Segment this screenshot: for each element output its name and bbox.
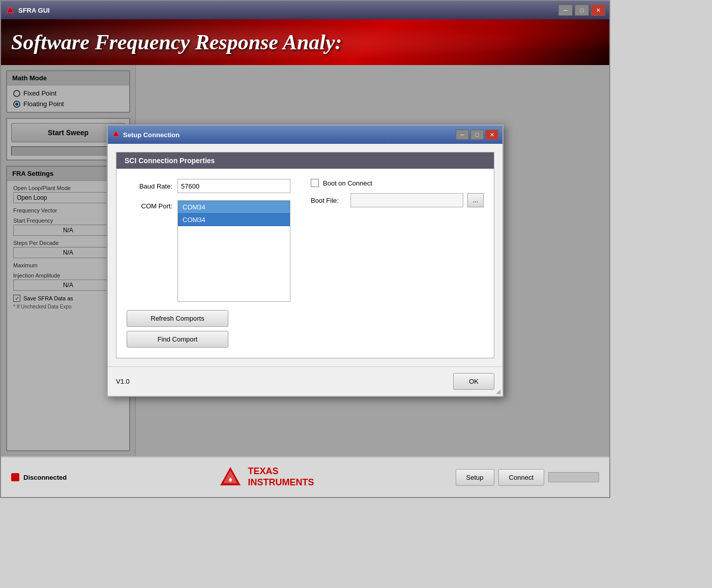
header-banner: Software Frequency Response Analy: xyxy=(1,19,609,65)
dialog-footer: V1.0 OK xyxy=(108,366,502,396)
baud-rate-label: Baud Rate: xyxy=(127,182,172,190)
svg-marker-1 xyxy=(113,131,119,136)
resize-handle[interactable]: ◢ xyxy=(496,388,500,395)
dialog-title-bar: Setup Connection ─ □ ✕ xyxy=(108,126,502,144)
close-button[interactable]: ✕ xyxy=(591,5,605,16)
sci-panel-header: SCI Connection Properties xyxy=(116,152,494,169)
find-comport-button[interactable]: Find Comport xyxy=(127,331,228,348)
status-bar: Disconnected xyxy=(11,473,67,481)
app-title: SFRA GUI xyxy=(18,7,558,14)
title-bar: SFRA GUI ─ □ ✕ xyxy=(1,1,609,19)
com-port-row: COM Port: COM34 COM34 xyxy=(127,200,290,302)
ti-logo-line1: TEXAS xyxy=(248,466,314,477)
dialog-close-button[interactable]: ✕ xyxy=(485,130,498,140)
main-window: SFRA GUI ─ □ ✕ Software Frequency Respon… xyxy=(0,0,610,498)
footer-logo: ♦ TEXAS INSTRUMENTS xyxy=(77,465,455,489)
com-port-item-0[interactable]: COM34 xyxy=(178,201,290,213)
dialog-action-buttons: Refresh Comports Find Comport xyxy=(127,310,290,348)
status-dot xyxy=(11,473,19,481)
com-port-item-1[interactable]: COM34 xyxy=(178,213,290,226)
version-label: V1.0 xyxy=(116,378,130,385)
dialog-body: SCI Connection Properties Baud Rate: xyxy=(108,144,502,366)
boot-file-label: Boot File: xyxy=(311,197,346,204)
footer-bar: Disconnected ♦ TEXAS INSTRUMENTS Setup C… xyxy=(1,456,609,497)
ok-button[interactable]: OK xyxy=(453,373,494,390)
svg-text:♦: ♦ xyxy=(228,475,232,484)
app-icon xyxy=(5,5,15,15)
sci-right-section: Boot on Connect Boot File: ... xyxy=(311,179,484,348)
footer-progress-bar xyxy=(548,472,599,482)
status-text: Disconnected xyxy=(23,474,67,481)
main-content: Math Mode Fixed Point Floating Point Sta… xyxy=(1,65,609,456)
dialog-title-buttons: ─ □ ✕ xyxy=(456,130,498,140)
sci-panel-body: Baud Rate: COM Port: COM34 xyxy=(116,169,494,358)
title-bar-buttons: ─ □ ✕ xyxy=(558,5,605,16)
ti-logo-line2: INSTRUMENTS xyxy=(248,477,314,488)
com-port-label: COM Port: xyxy=(127,202,172,210)
footer-buttons: Setup Connect xyxy=(456,469,599,486)
dialog-title: Setup Connection xyxy=(123,131,456,139)
connect-button[interactable]: Connect xyxy=(498,469,544,486)
boot-section: Boot on Connect Boot File: ... xyxy=(311,179,484,207)
restore-button[interactable]: □ xyxy=(575,5,589,16)
header-title: Software Frequency Response Analy: xyxy=(11,30,342,54)
boot-on-connect-checkbox[interactable] xyxy=(311,179,319,187)
sci-left-section: Baud Rate: COM Port: COM34 xyxy=(127,179,290,348)
dialog-minimize-button[interactable]: ─ xyxy=(456,130,469,140)
dialog-restore-button[interactable]: □ xyxy=(470,130,484,140)
boot-on-connect-row: Boot on Connect xyxy=(311,179,484,187)
boot-on-connect-label: Boot on Connect xyxy=(323,179,372,187)
ti-logo-icon: ♦ xyxy=(218,465,243,489)
baud-rate-input[interactable] xyxy=(177,179,290,193)
com-port-list: COM34 COM34 xyxy=(177,200,290,302)
sci-properties-panel: SCI Connection Properties Baud Rate: xyxy=(116,152,494,358)
setup-button[interactable]: Setup xyxy=(456,469,494,486)
boot-file-browse-button[interactable]: ... xyxy=(467,193,484,207)
dialog-icon xyxy=(112,130,120,140)
boot-file-input[interactable] xyxy=(350,193,463,207)
setup-connection-dialog: Setup Connection ─ □ ✕ SCI Connection Pr… xyxy=(107,125,503,397)
boot-file-row: Boot File: ... xyxy=(311,193,484,207)
svg-marker-0 xyxy=(7,7,14,13)
modal-overlay: Setup Connection ─ □ ✕ SCI Connection Pr… xyxy=(1,65,609,456)
minimize-button[interactable]: ─ xyxy=(558,5,573,16)
com-port-listbox[interactable]: COM34 COM34 xyxy=(177,200,290,302)
refresh-comports-button[interactable]: Refresh Comports xyxy=(127,310,228,327)
baud-rate-row: Baud Rate: xyxy=(127,179,290,193)
ti-logo-text: TEXAS INSTRUMENTS xyxy=(248,466,314,488)
